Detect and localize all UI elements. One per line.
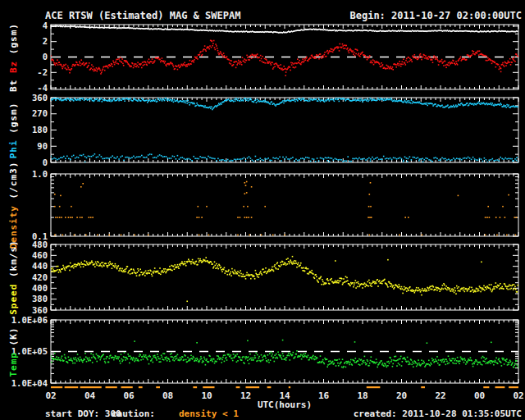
y-axis-title-mag-bt-bz: Bt Bz (gsm) (8, 23, 19, 92)
caution-value: density < 1 (179, 409, 239, 419)
y-tick-label: 2 (43, 36, 48, 46)
y-tick-label: 180 (32, 125, 48, 135)
y-tick-label: 90 (37, 141, 48, 151)
y-axis-title-speed: Speed (km/s) (8, 240, 19, 315)
start-doy-label: start DOY: 300 (45, 409, 121, 419)
y-tick-label: 400 (32, 283, 48, 293)
y-tick-label: 4 (43, 21, 48, 30)
caution-label: caution: (112, 409, 155, 419)
y-tick-label: 420 (32, 272, 48, 282)
y-tick-label: 440 (32, 261, 48, 271)
y-tick-label: 480 (32, 240, 48, 249)
y-tick-label: 0 (43, 52, 48, 62)
panel-temp: 1.0E+061.0E+051.0E+04 (0, 313, 525, 390)
y-tick-label: 460 (32, 250, 48, 260)
y-tick-label: 1.0E+06 (11, 315, 48, 325)
ace-rtsw-plot: ACE RTSW (Estimated) MAG & SWEPAM Begin:… (0, 0, 525, 420)
y-tick-label: -2 (37, 67, 48, 77)
y-tick-label: 0 (43, 158, 48, 167)
y-tick-label: 380 (32, 294, 48, 304)
panel-mag-bt-bz: 420-2-4 (0, 18, 525, 96)
y-tick-label: 360 (32, 93, 48, 103)
panel-density: 1.00.1 (0, 167, 525, 243)
created-timestamp: created: 2011-10-28 01:35:05UTC (354, 409, 522, 419)
y-axis-title-density: Density (/cm3) (8, 162, 19, 249)
y-tick-label: 270 (32, 108, 48, 118)
y-axis-title-phi: Phi (gsm) (8, 102, 19, 158)
y-tick-label: 1.0 (32, 169, 48, 179)
panel-phi: 360270180900 (0, 91, 525, 169)
y-axis-title-temp: Temp (K) (8, 326, 19, 377)
panel-speed: 480460440420400380360 (0, 238, 525, 317)
caution-markers (0, 385, 525, 391)
